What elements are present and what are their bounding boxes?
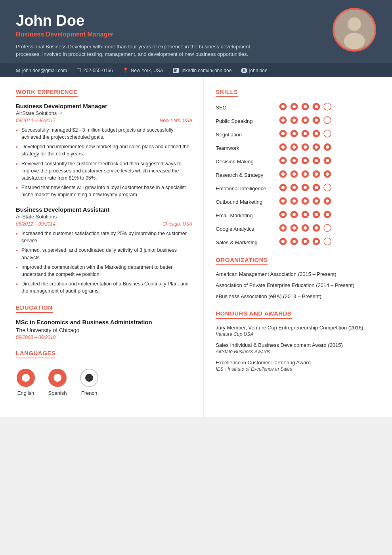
skill-name: Google Analytics <box>216 226 279 232</box>
skill-row: Negotiation <box>216 130 381 139</box>
skill-row: Teamwork <box>216 143 381 153</box>
svg-point-52 <box>304 159 307 162</box>
profile-photo <box>333 8 376 52</box>
skill-name: Emotional Intelligence <box>216 186 279 191</box>
svg-point-72 <box>304 186 307 189</box>
organizations-list: American Management Association (2015 – … <box>216 271 381 300</box>
header-section: John Doe Business Development Manager Pr… <box>0 0 392 63</box>
svg-point-42 <box>304 145 307 149</box>
skill-dot <box>290 103 298 112</box>
job-2-meta: 08/2012 – 09/2014 Chicago, USA <box>16 221 192 227</box>
skill-dot <box>301 130 309 139</box>
svg-point-110 <box>304 240 307 243</box>
svg-point-89 <box>293 213 296 216</box>
body-section: WORK EXPERIENCE Business Development Man… <box>0 77 392 417</box>
list-item: Increased the customer satisfaction rate… <box>16 230 192 244</box>
skill-dots <box>279 143 331 153</box>
list-item: Successfully managed $2 - 3 million budg… <box>16 126 192 141</box>
svg-point-101 <box>304 226 307 230</box>
contact-email: ✉ john.doe@gmail.com <box>16 67 67 73</box>
svg-point-103 <box>315 226 318 230</box>
skill-dot <box>312 143 320 153</box>
skill-name: Teamwork <box>216 145 279 151</box>
svg-point-15 <box>304 105 307 108</box>
skill-dot <box>279 237 287 247</box>
left-column: WORK EXPERIENCE Business Development Man… <box>0 77 204 417</box>
list-item: Developed and implemented new marketing … <box>16 143 192 157</box>
skill-row: Email Marketing <box>216 211 381 220</box>
svg-point-68 <box>281 186 285 189</box>
skill-dot <box>279 184 287 193</box>
skill-row: Research & Strategy <box>216 170 381 180</box>
skill-dot <box>323 116 331 126</box>
skill-dot <box>312 157 320 166</box>
svg-point-35 <box>315 132 318 135</box>
skill-dot <box>301 103 309 112</box>
svg-point-50 <box>293 159 296 162</box>
candidate-name: John Doe <box>16 13 376 29</box>
languages-section: LANGUAGES English <box>16 350 192 396</box>
svg-point-1 <box>348 17 361 31</box>
svg-point-24 <box>304 119 307 122</box>
organization-item: Association of Private Enterprise Educat… <box>216 282 381 289</box>
job-1-dates: 09/2014 – 06/2017 <box>16 118 55 123</box>
job-2-company: AirState Solutions <box>16 214 192 220</box>
svg-point-85 <box>326 199 329 203</box>
skill-dot <box>290 211 298 220</box>
skill-dot <box>290 237 298 247</box>
education-school: The University of Chicago <box>16 327 192 333</box>
spanish-circle <box>48 368 67 388</box>
award-item: Jury Member, Venture Cup Entrepreneurshi… <box>216 324 381 337</box>
skill-dot <box>301 211 309 220</box>
svg-point-44 <box>315 145 318 149</box>
award-item: Excellence in Customer Partnering AwardI… <box>216 359 381 372</box>
skill-dots <box>279 224 331 233</box>
education-section: EDUCATION MSc in Economics and Business … <box>16 304 192 340</box>
skill-dot <box>323 170 331 180</box>
skill-dot <box>301 170 309 180</box>
candidate-title: Business Development Manager <box>16 31 376 38</box>
skill-dots <box>279 184 331 193</box>
svg-point-106 <box>281 240 285 243</box>
skill-dot <box>323 224 331 233</box>
skill-row: Public Speaking <box>216 116 381 126</box>
svg-point-7 <box>54 374 61 382</box>
skill-dot <box>279 157 287 166</box>
svg-point-108 <box>293 240 296 243</box>
skill-dots <box>279 237 331 247</box>
svg-point-18 <box>324 103 331 110</box>
honours-list: Jury Member, Venture Cup Entrepreneurshi… <box>216 324 381 372</box>
education-title: EDUCATION <box>16 304 53 313</box>
skill-dot <box>290 224 298 233</box>
job-2-bullets: Increased the customer satisfaction rate… <box>16 230 192 295</box>
organizations-title: ORGANIZATIONS <box>216 256 268 265</box>
french-label: French <box>81 390 97 396</box>
resume-container: John Doe Business Development Manager Pr… <box>0 0 392 417</box>
svg-point-66 <box>326 172 329 176</box>
skill-dot <box>312 184 320 193</box>
skill-dots <box>279 170 331 180</box>
skill-dots <box>279 130 331 139</box>
skill-dot <box>279 211 287 220</box>
skill-name: Research & Strategy <box>216 172 279 178</box>
skill-dot <box>279 224 287 233</box>
job-2-title: Business Development Assistant <box>16 206 192 213</box>
svg-point-93 <box>315 213 318 216</box>
svg-point-33 <box>304 132 307 135</box>
skill-dot <box>312 197 320 207</box>
location-icon: 📍 <box>122 67 129 73</box>
external-link-icon: ↗ <box>59 111 63 116</box>
award-title: Jury Member, Venture Cup Entrepreneurshi… <box>216 324 381 331</box>
job-1: Business Development Manager AirState So… <box>16 103 192 198</box>
list-item: Reviewed constantly the customer feedbac… <box>16 160 192 182</box>
skype-icon: S <box>241 68 247 73</box>
email-icon: ✉ <box>16 67 20 73</box>
skill-row: SEO <box>216 103 381 112</box>
svg-point-17 <box>315 105 318 108</box>
skill-dot <box>279 116 287 126</box>
skill-dot <box>312 103 320 112</box>
skill-dot <box>312 116 320 126</box>
award-title: Sales Individual & Business Development … <box>216 342 381 349</box>
skill-row: Google Analytics <box>216 224 381 233</box>
svg-point-104 <box>324 224 331 232</box>
